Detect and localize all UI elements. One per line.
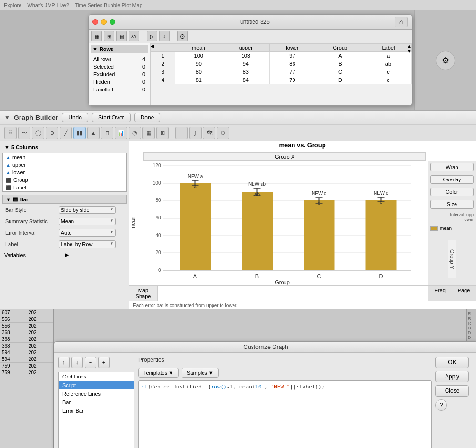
col-header-group[interactable]: Group: [315, 44, 365, 52]
maximize-window-btn[interactable]: [110, 19, 115, 25]
col-header-upper[interactable]: upper: [222, 44, 270, 52]
size-button[interactable]: Size: [430, 200, 474, 209]
tool-area-icon[interactable]: ▲: [87, 127, 100, 139]
x-axis-label: Group: [137, 279, 428, 285]
nav-left-arrow[interactable]: ◀: [151, 43, 154, 49]
overlay-button[interactable]: Overlay: [430, 175, 474, 184]
bar-c1: [304, 200, 335, 270]
tool-smooth-icon[interactable]: 〜: [18, 127, 30, 139]
tool-bar-icon[interactable]: ▮▮: [73, 127, 86, 139]
label-new-c1: NEW c: [312, 191, 326, 196]
done-button[interactable]: Done: [134, 113, 161, 122]
undo-button[interactable]: Undo: [62, 113, 88, 122]
col-icon-group: ⬛: [6, 178, 11, 183]
tool-geo-icon[interactable]: ⬡: [217, 127, 229, 139]
bar-style-select[interactable]: Side by side: [59, 206, 116, 214]
label-new-a: NEW a: [188, 174, 203, 179]
toolbar-xy-icon[interactable]: XY: [129, 31, 139, 41]
tool-heatmap-icon[interactable]: ▦: [142, 127, 155, 139]
prop-reference-lines[interactable]: Reference Lines: [59, 389, 134, 398]
col-item-group[interactable]: ⬛ Group: [3, 176, 126, 184]
script-editor[interactable]: :t(Center Justified, {row()-1, mean+10},…: [139, 381, 431, 448]
arrow-down-button[interactable]: ↓: [71, 357, 83, 368]
tab-time-series[interactable]: Time Series Bubble Plot Map: [75, 2, 142, 8]
tab-explore[interactable]: Explore: [4, 2, 21, 8]
wrap-button[interactable]: Wrap: [430, 163, 474, 171]
tab-jmp-live[interactable]: What's JMP Live?: [27, 2, 69, 8]
col-icon-label: ⬛: [6, 185, 11, 190]
cell-group-3: C: [315, 68, 365, 76]
col-item-label[interactable]: ⬛ Label: [3, 184, 126, 191]
toolbar-filter-icon[interactable]: ▷: [147, 31, 157, 41]
templates-button[interactable]: Templates ▼: [138, 368, 179, 378]
toolbar-grid-icon[interactable]: ▦: [91, 31, 102, 41]
help-button[interactable]: ?: [435, 399, 447, 411]
tool-map-icon[interactable]: 🗺: [203, 127, 215, 139]
toolbar-sort-icon[interactable]: ↕: [159, 31, 170, 41]
tool-scatter-icon[interactable]: ⠿: [4, 127, 17, 139]
arrow-plus-button[interactable]: +: [98, 357, 110, 368]
col-icon-lower: ▲: [6, 170, 10, 175]
prop-bar[interactable]: Bar: [59, 398, 134, 407]
label-prop-label: Label: [3, 239, 56, 249]
col-item-upper[interactable]: ▲ upper: [3, 161, 126, 169]
tool-contour-icon[interactable]: ⊕: [46, 127, 58, 139]
data-window-titlebar: untitled 325 ⌂: [89, 15, 412, 30]
tool-pie-icon[interactable]: ◔: [129, 127, 141, 139]
bottom-row-4: 368202: [0, 329, 53, 336]
start-over-button[interactable]: Start Over: [92, 113, 131, 122]
bottom-left-table: 607202 556202 556202 368202 368202 36820…: [0, 309, 53, 376]
tool-stats-icon[interactable]: ≡: [175, 127, 188, 139]
tool-treemap-icon[interactable]: ⊞: [156, 127, 169, 139]
col-header-lower[interactable]: lower: [270, 44, 315, 52]
bottom-row-6: 368202: [0, 343, 53, 349]
samples-button[interactable]: Samples ▼: [182, 368, 219, 378]
page-button[interactable]: Page: [452, 286, 476, 301]
nav-up-arrow[interactable]: ▲: [407, 43, 412, 49]
home-icon[interactable]: ⌂: [395, 17, 408, 27]
toolbar-table-icon[interactable]: ▤: [116, 31, 127, 41]
toolbar-pivot-icon[interactable]: ⊞: [104, 31, 114, 41]
columns-collapse-icon[interactable]: ▼: [4, 144, 10, 150]
minimize-window-btn[interactable]: [101, 19, 107, 25]
prop-error-bar[interactable]: Error Bar: [59, 407, 134, 415]
variables-expand-icon[interactable]: ▶: [65, 252, 125, 258]
bar-collapse-icon[interactable]: ▼: [6, 197, 11, 202]
col-header-label[interactable]: Label: [365, 44, 411, 52]
map-label: Map: [131, 288, 155, 293]
color-button[interactable]: Color: [430, 188, 474, 196]
rows-panel-title: Rows: [100, 46, 113, 52]
close-window-btn[interactable]: [92, 19, 98, 25]
col-header-mean[interactable]: mean: [175, 44, 222, 52]
label-select[interactable]: Label by Row: [59, 240, 116, 248]
prop-script[interactable]: Script: [59, 381, 134, 389]
arrow-minus-button[interactable]: −: [85, 357, 96, 368]
template-buttons: Templates ▼ Samples ▼: [138, 368, 432, 378]
rows-dropdown-icon[interactable]: ▼: [92, 46, 98, 52]
nav-down-arrow[interactable]: ▼: [407, 49, 412, 54]
label-row: Label Label by Row: [3, 239, 126, 249]
close-button[interactable]: Close: [435, 385, 469, 397]
tool-curve-icon[interactable]: ∫: [189, 127, 202, 139]
legend-label-mean: mean: [440, 226, 452, 231]
bar-section: ▼ ▤ Bar Bar Style Side by side: [2, 195, 127, 259]
tool-ellipse-icon[interactable]: ◯: [32, 127, 44, 139]
col-item-lower[interactable]: ▲ lower: [3, 169, 126, 176]
cell-mean-4: 81: [175, 76, 222, 84]
arrow-up-button[interactable]: ↑: [58, 357, 70, 368]
row-num-2: 2: [151, 60, 175, 68]
freq-button[interactable]: Freq: [428, 286, 452, 301]
error-select[interactable]: Auto: [59, 229, 116, 237]
summary-select[interactable]: Mean: [59, 218, 116, 225]
ok-button[interactable]: OK: [435, 357, 469, 368]
col-item-mean[interactable]: ▲ mean: [3, 153, 126, 161]
x-label-c: C: [317, 273, 321, 279]
tool-chart-icon[interactable]: 📊: [115, 127, 127, 139]
apply-button[interactable]: Apply: [435, 371, 469, 382]
gb-collapse-icon[interactable]: ▼: [4, 114, 10, 121]
tool-box-icon[interactable]: ⊓: [101, 127, 113, 139]
tool-line-icon[interactable]: ╱: [60, 127, 72, 139]
prop-grid-lines[interactable]: Grid Lines: [59, 372, 134, 381]
bottom-row-2: 556202: [0, 316, 53, 323]
toolbar-col-icon[interactable]: ⊙: [177, 31, 188, 41]
